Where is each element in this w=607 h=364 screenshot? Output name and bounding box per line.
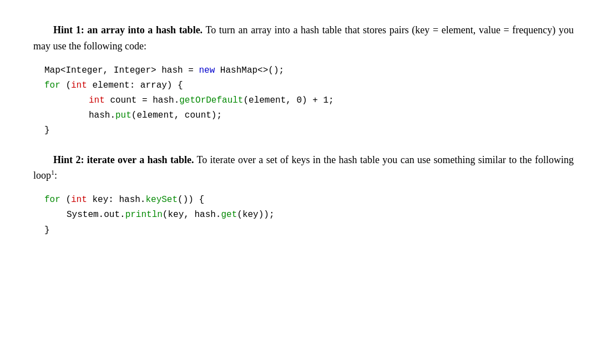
hint-2-code: for (int key: hash.keySet()) { System.ou… — [33, 193, 574, 238]
method-put: put — [115, 110, 131, 120]
code-line-8: } — [44, 223, 574, 238]
hint-2-block: Hint 2: iterate over a hash table. To it… — [33, 152, 574, 238]
code-line-6: for (int key: hash.keySet()) { — [44, 193, 574, 208]
hint-1-text: Hint 1: an array into a hash table. To t… — [33, 22, 574, 54]
kw-for-2: for — [44, 195, 60, 205]
code-line-4: hash.put(element, count); — [44, 108, 574, 123]
kw-new: new — [199, 65, 215, 75]
footnote-1: 1 — [51, 169, 54, 176]
code-line-5: } — [44, 123, 574, 138]
hint-1-code: Map<Integer, Integer> hash = new HashMap… — [33, 63, 574, 139]
method-getOrDefault: getOrDefault — [179, 95, 243, 105]
kw-int-2: int — [89, 95, 105, 105]
hint-1-block: Hint 1: an array into a hash table. To t… — [33, 22, 574, 139]
hint-2-label: Hint 2: iterate over a hash table. — [53, 154, 194, 165]
kw-for-1: for — [44, 80, 60, 90]
method-get: get — [221, 210, 237, 220]
kw-int-1: int — [71, 80, 87, 90]
method-println: println — [125, 210, 163, 220]
code-line-1: Map<Integer, Integer> hash = new HashMap… — [44, 63, 574, 78]
hint-2-text: Hint 2: iterate over a hash table. To it… — [33, 152, 574, 184]
code-line-3: int count = hash.getOrDefault(element, 0… — [44, 93, 574, 108]
content-area: Hint 1: an array into a hash table. To t… — [33, 22, 574, 238]
kw-int-3: int — [71, 195, 87, 205]
method-keySet: keySet — [145, 195, 178, 205]
hint-1-label: Hint 1: an array into a hash table. — [53, 24, 203, 36]
code-line-2: for (int element: array) { — [44, 78, 574, 93]
code-line-7: System.out.println(key, hash.get(key)); — [44, 208, 574, 223]
